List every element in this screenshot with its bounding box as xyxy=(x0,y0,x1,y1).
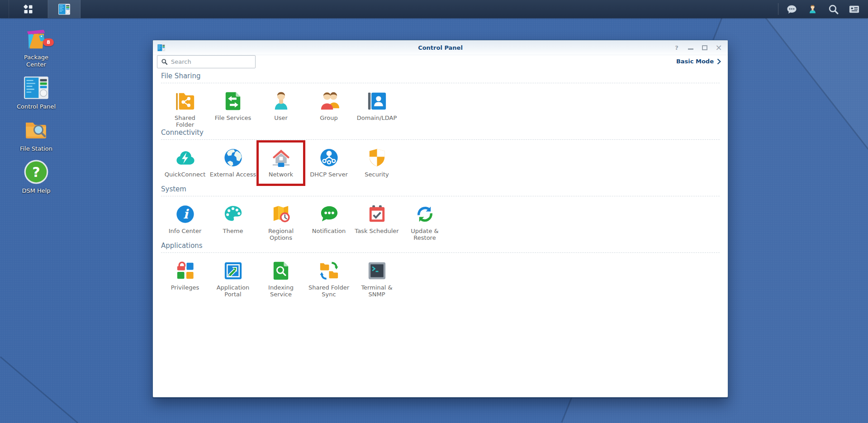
taskbar-user-button[interactable] xyxy=(802,0,823,18)
cp-item-application-portal[interactable]: ApplicationPortal xyxy=(209,257,257,298)
cp-item-notification[interactable]: Notification xyxy=(305,201,353,241)
maximize-button[interactable] xyxy=(701,44,708,51)
cp-item-terminal-snmp[interactable]: Terminal &SNMP xyxy=(353,257,401,298)
section-header: System xyxy=(161,185,720,196)
cp-item-update-restore[interactable]: Update &Restore xyxy=(401,201,449,241)
chat-icon xyxy=(786,4,797,15)
synology-dsm-desktop: { "taskbar": { "left": [ { "icon": "main… xyxy=(0,0,868,423)
chevron-right-icon xyxy=(717,58,721,65)
package-center-icon: 8 xyxy=(23,26,49,51)
user-icon xyxy=(807,4,818,15)
basic-mode-link[interactable]: Basic Mode xyxy=(676,58,721,65)
cp-item-group[interactable]: Group xyxy=(305,88,353,128)
bg-diagonal-line xyxy=(0,356,78,423)
cp-item-label: DHCP Server xyxy=(310,171,347,185)
cp-item-label: Terminal &SNMP xyxy=(361,284,392,298)
svg-text:?: ? xyxy=(32,164,40,180)
cp-item-label: ApplicationPortal xyxy=(217,284,250,298)
cp-item-privileges[interactable]: Privileges xyxy=(161,257,209,298)
control-panel-window-icon xyxy=(157,44,166,52)
info-center-icon: i xyxy=(173,202,197,226)
taskbar-widgets-button[interactable] xyxy=(844,0,864,18)
user-icon xyxy=(269,89,293,113)
search-icon xyxy=(161,58,168,65)
cp-item-label: Security xyxy=(365,171,389,185)
desktop-icons: 8PackageCenterControl PanelFile Station?… xyxy=(11,26,61,201)
cp-item-network[interactable]: Network xyxy=(257,144,305,185)
basic-mode-label: Basic Mode xyxy=(676,58,714,65)
desktop-icon-dsm-help[interactable]: ?DSM Help xyxy=(22,159,50,195)
search-box[interactable] xyxy=(157,55,256,68)
dsm-help-icon: ? xyxy=(23,159,49,185)
desktop-icon-control-panel[interactable]: Control Panel xyxy=(17,75,56,110)
cp-item-quickconnect[interactable]: QuickConnect xyxy=(161,144,209,185)
control-panel-icon xyxy=(58,4,71,15)
main-menu-button[interactable] xyxy=(9,0,48,18)
control-panel-sections: File SharingSharedFolderFile ServicesUse… xyxy=(161,72,720,298)
update-restore-icon xyxy=(413,202,437,226)
widgets-icon xyxy=(849,4,860,15)
taskbar-chat-button[interactable] xyxy=(781,0,802,18)
desktop-icon-label: DSM Help xyxy=(22,187,50,195)
cp-item-shared-folder[interactable]: SharedFolder xyxy=(161,88,209,128)
cp-item-file-services[interactable]: File Services xyxy=(209,88,257,128)
search-icon xyxy=(828,4,839,15)
cp-item-dhcp-server[interactable]: DHCP Server xyxy=(305,144,353,185)
desktop-icon-package-center[interactable]: 8PackageCenter xyxy=(23,26,49,68)
security-icon xyxy=(365,145,389,170)
cp-item-label: Task Scheduler xyxy=(355,228,398,241)
items-row: SharedFolderFile ServicesUserGroupDomain… xyxy=(161,83,720,128)
dhcp-server-icon xyxy=(317,145,341,170)
external-access-icon xyxy=(221,145,245,170)
cp-item-shared-folder-sync[interactable]: Shared FolderSync xyxy=(305,257,353,298)
maximize-icon xyxy=(702,45,707,50)
section-header: Connectivity xyxy=(161,128,720,140)
cp-item-label: Notification xyxy=(312,228,346,241)
items-row: iInfo CenterThemeRegionalOptionsNotifica… xyxy=(161,196,720,242)
control-panel-window: Control Panel ? × Basic Mode File Sharin… xyxy=(152,40,728,398)
section-header: Applications xyxy=(161,242,720,253)
help-button[interactable]: ? xyxy=(673,44,680,51)
cp-item-label: Theme xyxy=(223,228,243,241)
items-row: PrivilegesApplicationPortalIndexingServi… xyxy=(161,253,720,298)
section-connectivity: ConnectivityQuickConnectExternal AccessN… xyxy=(161,128,720,185)
cp-item-theme[interactable]: Theme xyxy=(209,201,257,241)
cp-item-info-center[interactable]: iInfo Center xyxy=(161,201,209,241)
shared-folder-sync-icon xyxy=(317,258,341,283)
close-button[interactable]: × xyxy=(715,44,722,51)
regional-options-icon xyxy=(269,202,293,226)
minimize-icon xyxy=(688,48,693,50)
cp-item-task-scheduler[interactable]: Task Scheduler xyxy=(353,201,401,241)
main-menu-icon xyxy=(23,4,33,14)
terminal-snmp-icon xyxy=(365,258,389,283)
cp-item-indexing-service[interactable]: IndexingService xyxy=(257,257,305,298)
quickconnect-icon xyxy=(173,145,197,170)
taskbar-stub xyxy=(0,0,9,18)
cp-item-security[interactable]: Security xyxy=(353,144,401,185)
cp-item-label: RegionalOptions xyxy=(268,228,294,241)
desktop-icon-file-station[interactable]: File Station xyxy=(20,117,52,152)
section-file-sharing: File SharingSharedFolderFile ServicesUse… xyxy=(161,72,720,128)
section-system: SystemiInfo CenterThemeRegionalOptionsNo… xyxy=(161,185,720,242)
window-title: Control Panel xyxy=(153,44,728,51)
cp-item-external-access[interactable]: External Access xyxy=(209,144,257,185)
minimize-button[interactable] xyxy=(687,44,694,51)
cp-item-domain-ldap[interactable]: Domain/LDAP xyxy=(353,88,401,128)
cp-item-user[interactable]: User xyxy=(257,88,305,128)
desktop-icon-label: Control Panel xyxy=(17,103,56,110)
taskbar-control-panel-button[interactable] xyxy=(48,0,81,18)
search-input[interactable] xyxy=(171,58,251,65)
cp-item-label: Privileges xyxy=(171,284,199,298)
cp-item-label: External Access xyxy=(210,171,256,185)
control-panel-icon xyxy=(23,75,49,100)
group-icon xyxy=(317,89,341,113)
desktop-icon-label: File Station xyxy=(20,145,52,152)
domain-ldap-icon xyxy=(365,89,389,113)
indexing-service-icon xyxy=(269,258,293,283)
cp-item-regional-options[interactable]: RegionalOptions xyxy=(257,201,305,241)
section-header: File Sharing xyxy=(161,72,720,83)
cp-item-label: Network xyxy=(269,171,293,185)
taskbar-search-button[interactable] xyxy=(823,0,844,18)
application-portal-icon xyxy=(221,258,245,283)
window-titlebar[interactable]: Control Panel ? × xyxy=(153,40,728,55)
